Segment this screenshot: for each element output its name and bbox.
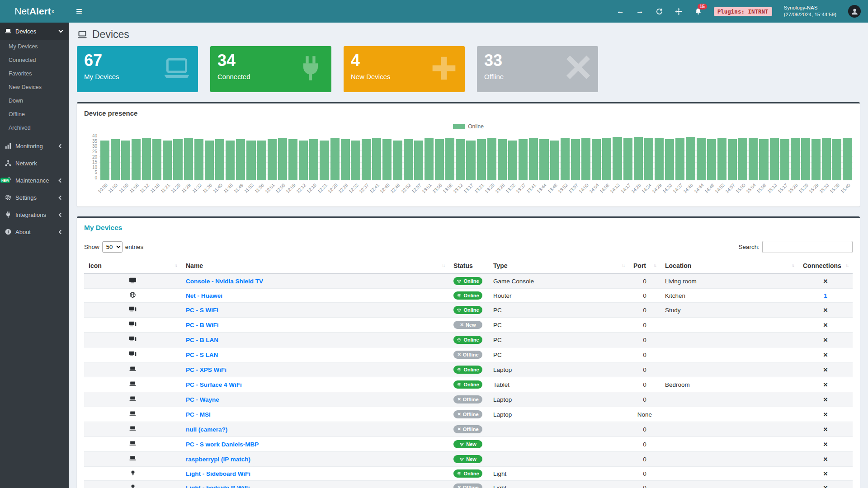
connections-x-icon[interactable]: ✕ — [823, 366, 828, 373]
sidebar-item-new-devices[interactable]: New Devices — [0, 80, 69, 94]
column-header-status[interactable]: Status — [449, 258, 489, 273]
chevron-down-icon — [59, 28, 63, 33]
sidebar-item-favorites[interactable]: Favorites — [0, 67, 69, 80]
device-name-link[interactable]: PC - B WiFi — [186, 322, 219, 328]
device-location: Kitchen — [660, 289, 798, 303]
connections-x-icon[interactable]: ✕ — [823, 456, 828, 463]
connections-x-icon[interactable]: ✕ — [823, 381, 828, 388]
connections-x-icon[interactable]: ✕ — [823, 470, 828, 477]
presence-bar — [675, 138, 684, 180]
device-type: Game Console — [489, 273, 629, 289]
device-type — [489, 452, 629, 467]
presence-bar — [100, 141, 109, 180]
presence-bar — [697, 138, 706, 180]
presence-bar — [487, 138, 496, 180]
connections-x-icon[interactable]: ✕ — [823, 441, 828, 448]
connections-x-icon[interactable]: ✕ — [823, 337, 828, 343]
presence-bar — [843, 138, 852, 180]
device-port: 0 — [629, 452, 660, 467]
device-name-link[interactable]: PC - S LAN — [186, 352, 218, 358]
y-tick-label: 15 — [92, 160, 97, 164]
bulb-icon — [84, 481, 181, 488]
sidebar-item-network[interactable]: Network — [0, 155, 69, 172]
presence-bar — [205, 141, 214, 180]
presence-bar — [404, 139, 413, 180]
sidebar-item-settings[interactable]: Settings — [0, 189, 69, 206]
sidebar-item-integrations[interactable]: Integrations — [0, 206, 69, 223]
device-name-link[interactable]: PC - Wayne — [186, 396, 219, 403]
device-name-link[interactable]: Console - Nvidia Shield TV — [186, 278, 263, 285]
connections-x-icon[interactable]: ✕ — [823, 307, 828, 314]
tv-icon — [84, 273, 181, 289]
column-header-type[interactable]: Type↑↓ — [489, 258, 629, 273]
device-row: Net - HuaweiOnlineRouter0Kitchen1 — [84, 289, 853, 303]
device-type: Light — [489, 467, 629, 481]
device-name-link[interactable]: PC - B LAN — [186, 337, 218, 343]
sidebar-item-my-devices[interactable]: My Devices — [0, 40, 69, 53]
notifications-bell-icon[interactable]: 15 — [694, 8, 702, 15]
column-header-port[interactable]: Port↑↓ — [629, 258, 660, 273]
laptop-icon — [162, 54, 192, 85]
column-header-name[interactable]: Name↑↓ — [181, 258, 449, 273]
device-name-link[interactable]: Net - Huawei — [186, 292, 222, 299]
connections-x-icon[interactable]: ✕ — [823, 322, 828, 328]
column-header-location[interactable]: Location↑↓ — [660, 258, 798, 273]
plugins-status-chip[interactable]: Plugins: INTRNT — [714, 7, 772, 16]
app-logo[interactable]: NetAlertx — [0, 0, 69, 23]
x-tick: 15:40 — [842, 180, 853, 202]
stat-card-new-devices[interactable]: 4 New Devices — [344, 46, 465, 92]
column-header-connections[interactable]: Connections↑↓ — [798, 258, 853, 273]
connections-count-link[interactable]: 1 — [824, 292, 827, 299]
presence-bar — [508, 141, 517, 180]
status-badge: Online — [453, 380, 482, 389]
device-name-link[interactable]: PC - S work Daniels-MBP — [186, 441, 259, 448]
connections-x-icon[interactable]: ✕ — [823, 426, 828, 433]
column-header-icon[interactable]: Icon↑↓ — [84, 258, 181, 273]
presence-panel-title: Device presence — [84, 109, 853, 117]
search-input[interactable] — [762, 241, 853, 253]
device-name-link[interactable]: null (camera?) — [186, 426, 227, 433]
refresh-icon[interactable] — [656, 8, 663, 15]
device-name-link[interactable]: PC - MSI — [186, 411, 211, 418]
status-badge: New — [453, 455, 482, 463]
device-name-link[interactable]: PC - XPS WiFi — [186, 366, 226, 373]
bulb-icon — [84, 467, 181, 481]
stat-card-connected[interactable]: 34 Connected — [210, 46, 331, 92]
connections-x-icon[interactable]: ✕ — [823, 352, 828, 358]
stat-cards: 67 My Devices 34 Connected 4 New Devices… — [69, 46, 868, 92]
sidebar-item-archived[interactable]: Archived — [0, 121, 69, 135]
sidebar-item-devices[interactable]: Devices — [0, 23, 69, 40]
forward-arrow-button[interactable]: → — [636, 7, 644, 16]
back-arrow-button[interactable]: ← — [617, 7, 624, 16]
device-location — [660, 318, 798, 333]
device-name-link[interactable]: Light - bedside B WiFi — [186, 484, 250, 488]
chevron-left-icon — [59, 230, 63, 234]
move-icon[interactable] — [675, 8, 683, 15]
stat-card-offline[interactable]: 33 Offline — [477, 46, 598, 92]
sidebar-item-about[interactable]: About — [0, 223, 69, 240]
sort-icon: ↑↓ — [622, 263, 624, 268]
presence-bar — [173, 139, 182, 180]
sidebar-item-monitoring[interactable]: Monitoring — [0, 137, 69, 155]
presence-bar — [246, 141, 255, 180]
entries-select[interactable]: 50 — [102, 241, 123, 253]
stat-card-my-devices[interactable]: 67 My Devices — [77, 46, 198, 92]
presence-bar — [749, 138, 758, 180]
connections-x-icon[interactable]: ✕ — [823, 484, 828, 488]
device-name-link[interactable]: Light - Sideboard WiFi — [186, 470, 250, 477]
user-avatar[interactable] — [848, 5, 861, 18]
device-name-link[interactable]: raspberrypi (IP match) — [186, 456, 250, 463]
sidebar-item-connected[interactable]: Connected — [0, 53, 69, 67]
connections-x-icon[interactable]: ✕ — [823, 396, 828, 403]
device-name-link[interactable]: PC - S WiFi — [186, 307, 218, 314]
device-row: PC - XPS WiFiOnlineLaptop0✕ — [84, 362, 853, 377]
connections-x-icon[interactable]: ✕ — [823, 411, 828, 418]
connections-x-icon[interactable]: ✕ — [823, 278, 828, 285]
sidebar-item-maintenance[interactable]: NEW Maintenance — [0, 172, 69, 189]
sidebar-item-offline[interactable]: Offline — [0, 108, 69, 121]
presence-bar — [425, 138, 434, 180]
sidebar-toggle-button[interactable]: ≡ — [76, 6, 82, 17]
device-name-link[interactable]: PC - Surface 4 WiFi — [186, 381, 242, 388]
sidebar-item-down[interactable]: Down — [0, 94, 69, 108]
device-location — [660, 467, 798, 481]
